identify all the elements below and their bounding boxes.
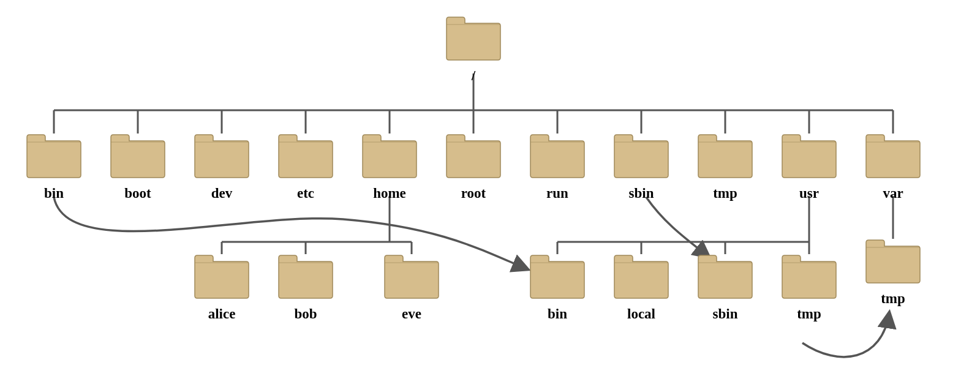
folder-home: home <box>360 133 419 201</box>
folder-alice: alice <box>192 254 251 322</box>
folder-usr-sbin: sbin <box>696 254 755 322</box>
folder-label: eve <box>382 306 441 322</box>
folder-var: var <box>864 133 922 201</box>
folder-tmp: tmp <box>696 133 755 201</box>
folder-icon <box>696 254 755 300</box>
folder-run: run <box>528 133 587 201</box>
folder-icon <box>24 133 83 179</box>
folder-var-tmp: tmp <box>864 239 922 307</box>
folder-usr-bin: bin <box>528 254 587 322</box>
folder-etc: etc <box>276 133 335 201</box>
folder-label: tmp <box>696 186 755 201</box>
folder-label: usr <box>780 186 839 201</box>
folder-usr-local: local <box>612 254 671 322</box>
folder-label: etc <box>276 186 335 201</box>
folder-label: bin <box>24 186 83 201</box>
folder-icon <box>864 133 922 179</box>
folder-icon <box>780 254 839 300</box>
folder-label: run <box>528 186 587 201</box>
folder-icon <box>444 16 503 62</box>
folder-label: sbin <box>612 186 671 201</box>
folder-label: boot <box>108 186 167 201</box>
folder-icon <box>276 133 335 179</box>
folder-label: root <box>444 186 503 201</box>
folder-icon <box>612 254 671 300</box>
folder-label: home <box>360 186 419 201</box>
folder-icon <box>696 133 755 179</box>
folder-icon <box>360 133 419 179</box>
folder-label: var <box>864 186 922 201</box>
folder-sbin: sbin <box>612 133 671 201</box>
folder-dev: dev <box>192 133 251 201</box>
folder-icon <box>192 133 251 179</box>
folder-bob: bob <box>276 254 335 322</box>
folder-eve: eve <box>382 254 441 322</box>
folder-label: sbin <box>696 306 755 322</box>
folder-label: bin <box>528 306 587 322</box>
folder-label: alice <box>192 306 251 322</box>
folder-bin: bin <box>24 133 83 201</box>
folder-usr: usr <box>780 133 839 201</box>
folder-root-dir: root <box>444 133 503 201</box>
folder-icon <box>864 239 922 285</box>
folder-label-root: / <box>444 68 503 84</box>
folder-icon <box>382 254 441 300</box>
folder-icon <box>528 254 587 300</box>
folder-icon <box>612 133 671 179</box>
folder-label: local <box>612 306 671 322</box>
folder-icon <box>276 254 335 300</box>
folder-icon <box>780 133 839 179</box>
folder-icon <box>444 133 503 179</box>
folder-boot: boot <box>108 133 167 201</box>
folder-usr-tmp: tmp <box>780 254 839 322</box>
folder-label: bob <box>276 306 335 322</box>
folder-label: tmp <box>864 291 922 307</box>
folder-label: dev <box>192 186 251 201</box>
folder-icon <box>192 254 251 300</box>
folder-icon <box>528 133 587 179</box>
folder-label: tmp <box>780 306 839 322</box>
folder-root: / <box>444 16 503 84</box>
folder-icon <box>108 133 167 179</box>
